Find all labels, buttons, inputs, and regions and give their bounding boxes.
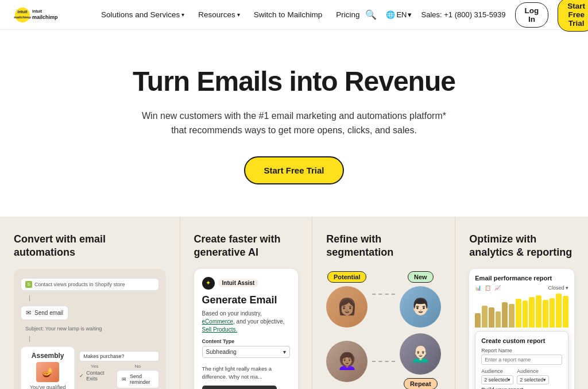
build-label: Build your report xyxy=(481,387,562,389)
chart-icon3[interactable]: 📈 xyxy=(494,285,501,291)
dashed-line xyxy=(372,294,395,295)
hero-heading: Turn Emails into Revenue xyxy=(14,67,574,97)
bar-12 xyxy=(550,298,555,328)
intuit-assist-badge: Intuit Assist xyxy=(218,279,259,287)
bar-11 xyxy=(543,300,548,328)
send-reminder-step: ✉ Send reminder xyxy=(117,370,159,388)
seg-person-potential: Potential 👩🏽 xyxy=(326,271,368,328)
ai-industry-link[interactable]: eCommerce, xyxy=(202,318,235,325)
svg-text:intuit: intuit xyxy=(17,10,28,14)
avatar-man1: 👨🏻 xyxy=(400,286,441,328)
svg-text:mailchimp: mailchimp xyxy=(14,16,31,19)
svg-text:intuit: intuit xyxy=(32,9,42,13)
audience-select2[interactable]: 2 selected ▾ xyxy=(517,375,549,384)
feature-segmentation-title: Refine with segmentation xyxy=(326,233,441,260)
nav-pricing[interactable]: Pricing xyxy=(330,7,365,22)
nav-links: Solutions and Services ▾ Resources ▾ Swi… xyxy=(95,7,365,22)
ai-header: ✦ Intuit Assist xyxy=(202,277,291,290)
bar-6 xyxy=(509,304,514,328)
seg-mid-row: 👩🏽‍🦱 👨🏻‍🦲 Repeat xyxy=(326,333,441,389)
modal-title: Create custom report xyxy=(481,337,562,344)
chevron-down-icon: ▾ xyxy=(508,377,510,383)
flow-connector xyxy=(29,295,30,301)
nav-right: 🔍 🌐 EN ▾ Sales: +1 (800) 315-5939 Log In… xyxy=(365,0,588,32)
contact-exits: ✓ Contact Exits xyxy=(79,370,110,382)
new-tag: New xyxy=(408,271,434,283)
phone-number: Sales: +1 (800) 315-5939 xyxy=(421,10,505,19)
intuit-assist-icon: ✦ xyxy=(202,277,215,290)
bar-8 xyxy=(523,301,528,328)
content-type-select[interactable]: Subheading ▾ xyxy=(202,346,291,358)
search-icon[interactable]: 🔍 xyxy=(365,9,377,20)
segmentation-demo: Potential 👩🏽 New 👨🏻 👩🏽‍🦱 xyxy=(326,269,441,389)
custom-report-modal: Create custom report Report Name Audienc… xyxy=(475,331,568,389)
language-selector[interactable]: 🌐 EN ▾ xyxy=(386,10,412,19)
feature-automations-title: Convert with email automations xyxy=(14,233,166,260)
bar-1 xyxy=(475,313,481,328)
bar-14 xyxy=(563,296,568,328)
feature-ai-title: Create faster with generative AI xyxy=(194,233,299,260)
makes-purchase-step: Makes purchase? xyxy=(79,351,158,361)
yes-no-branches: Yes ✓ Contact Exits No ✉ Send reminder xyxy=(79,364,158,388)
bar-9 xyxy=(529,297,535,328)
send-email-step: ✉ Send email xyxy=(21,306,68,320)
flow-connector2 xyxy=(29,336,30,342)
bar-10 xyxy=(536,295,541,328)
nav-start-trial-button[interactable]: Start Free Trial xyxy=(558,0,588,32)
chevron-down-icon: ▾ xyxy=(237,11,240,18)
seg-person-repeat: 👨🏻‍🦲 Repeat xyxy=(400,333,441,389)
feature-ai: Create faster with generative AI ✦ Intui… xyxy=(180,217,313,389)
no-branch: No ✉ Send reminder xyxy=(117,364,159,388)
ai-desc: Based on your industry, eCommerce, and y… xyxy=(202,310,291,334)
dashed-line2 xyxy=(372,361,395,362)
audience-select1[interactable]: 2 selected ▾ xyxy=(481,375,513,384)
reminder-icon: ✉ xyxy=(122,376,126,382)
exit-icon: ✓ xyxy=(79,373,84,379)
seg-person-middle: 👩🏽‍🦱 xyxy=(326,341,368,382)
nav-resources[interactable]: Resources ▾ xyxy=(192,7,246,22)
avatar-man2: 👨🏻‍🦲 xyxy=(400,333,441,375)
chart-icon1[interactable]: 📊 xyxy=(475,285,481,291)
seg-top-row: Potential 👩🏽 New 👨🏻 xyxy=(326,271,441,328)
chart-icon2[interactable]: 📋 xyxy=(485,285,491,291)
assembly-section: Assembly 🪔 You've qualified to join our … xyxy=(21,346,159,389)
seg-person-new: New 👨🏻 xyxy=(400,271,441,328)
hero-subheading: Win new customers with the #1 email mark… xyxy=(133,109,455,138)
bar-4 xyxy=(496,311,501,328)
more-options[interactable]: Closed ▾ xyxy=(548,285,568,291)
ai-demo: ✦ Intuit Assist Generate Email Based on … xyxy=(194,269,299,389)
potential-tag: Potential xyxy=(327,271,366,283)
audience-label1: Audience xyxy=(481,368,513,374)
content-type-label: Content Type xyxy=(202,338,291,344)
ai-objective-link[interactable]: Sell Products. xyxy=(202,326,238,333)
feature-automations: Convert with email automations S Contact… xyxy=(0,217,180,389)
hero-cta-button[interactable]: Start Free Trial xyxy=(244,156,343,184)
features-grid: Convert with email automations S Contact… xyxy=(0,217,588,389)
logo[interactable]: intuit mailchimp intuit mailchimp xyxy=(14,6,77,24)
chevron-down-icon: ▾ xyxy=(283,349,286,355)
login-button[interactable]: Log In xyxy=(515,2,549,28)
audience-label2: Audience xyxy=(517,368,549,374)
repeat-tag: Repeat xyxy=(404,378,438,389)
report-name-input[interactable] xyxy=(481,355,562,365)
bar-7 xyxy=(516,299,521,328)
analytics-demo: Email performance report 📊 📋 📈 Closed ▾ xyxy=(469,269,574,389)
bar-2 xyxy=(482,306,488,328)
report-name-label: Report Name xyxy=(481,348,562,353)
yes-branch: Yes ✓ Contact Exits xyxy=(79,364,110,388)
feature-analytics-title: Optimize with analytics & reporting xyxy=(469,233,574,260)
flow-branches: Makes purchase? Yes ✓ Contact Exits No xyxy=(79,351,158,388)
ai-tooltip: You can't hold a candle to those savings… xyxy=(202,386,277,389)
nav-switch[interactable]: Switch to Mailchimp xyxy=(248,7,328,22)
report-title: Email performance report xyxy=(475,275,568,282)
nav-solutions[interactable]: Solutions and Services ▾ xyxy=(95,7,190,22)
shopify-note: S Contact views products in Shopify stor… xyxy=(21,278,159,291)
assembly-box: Assembly 🪔 You've qualified to join our … xyxy=(21,346,75,389)
automations-demo: S Contact views products in Shopify stor… xyxy=(14,269,166,389)
bar-3 xyxy=(489,307,494,328)
navbar: intuit mailchimp intuit mailchimp Soluti… xyxy=(0,0,588,30)
ai-generated-text: The right light really makes a differenc… xyxy=(202,363,291,386)
bar-5 xyxy=(502,302,508,328)
svg-text:mailchimp: mailchimp xyxy=(32,14,58,20)
bar-chart xyxy=(475,293,568,328)
